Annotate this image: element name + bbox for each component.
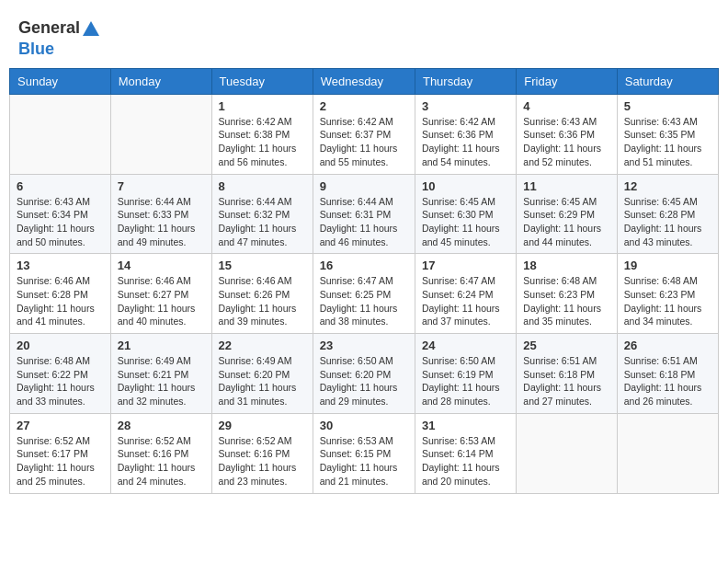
day-info: Sunrise: 6:44 AM Sunset: 6:32 PM Dayligh… bbox=[219, 195, 306, 249]
day-cell: 23Sunrise: 6:50 AM Sunset: 6:20 PM Dayli… bbox=[313, 334, 415, 414]
day-cell bbox=[110, 94, 211, 174]
day-number: 13 bbox=[17, 259, 104, 272]
col-header-thursday: Thursday bbox=[415, 68, 516, 94]
day-number: 9 bbox=[320, 179, 408, 193]
day-info: Sunrise: 6:53 AM Sunset: 6:15 PM Dayligh… bbox=[320, 434, 408, 488]
day-cell: 10Sunrise: 6:45 AM Sunset: 6:30 PM Dayli… bbox=[415, 174, 516, 254]
day-number: 29 bbox=[219, 419, 306, 432]
col-header-wednesday: Wednesday bbox=[313, 68, 415, 94]
day-info: Sunrise: 6:42 AM Sunset: 6:37 PM Dayligh… bbox=[320, 115, 408, 169]
day-info: Sunrise: 6:47 AM Sunset: 6:24 PM Dayligh… bbox=[422, 274, 509, 328]
day-info: Sunrise: 6:52 AM Sunset: 6:17 PM Dayligh… bbox=[17, 434, 104, 488]
day-number: 25 bbox=[523, 339, 609, 352]
day-cell: 26Sunrise: 6:51 AM Sunset: 6:18 PM Dayli… bbox=[617, 334, 718, 414]
day-info: Sunrise: 6:50 AM Sunset: 6:19 PM Dayligh… bbox=[422, 354, 509, 408]
calendar-table: SundayMondayTuesdayWednesdayThursdayFrid… bbox=[9, 68, 719, 494]
day-number: 31 bbox=[422, 419, 509, 432]
day-cell: 31Sunrise: 6:53 AM Sunset: 6:14 PM Dayli… bbox=[415, 413, 516, 493]
day-cell: 4Sunrise: 6:43 AM Sunset: 6:36 PM Daylig… bbox=[517, 94, 617, 174]
day-info: Sunrise: 6:44 AM Sunset: 6:33 PM Dayligh… bbox=[118, 195, 205, 249]
day-number: 30 bbox=[320, 419, 408, 432]
week-row-3: 13Sunrise: 6:46 AM Sunset: 6:28 PM Dayli… bbox=[10, 254, 719, 334]
day-number: 17 bbox=[422, 259, 509, 272]
day-number: 8 bbox=[219, 179, 306, 193]
day-number: 26 bbox=[624, 339, 711, 352]
day-cell: 29Sunrise: 6:52 AM Sunset: 6:16 PM Dayli… bbox=[211, 413, 313, 493]
day-info: Sunrise: 6:53 AM Sunset: 6:14 PM Dayligh… bbox=[422, 434, 509, 488]
day-info: Sunrise: 6:43 AM Sunset: 6:36 PM Dayligh… bbox=[523, 115, 609, 169]
day-number: 18 bbox=[523, 259, 609, 272]
day-cell: 2Sunrise: 6:42 AM Sunset: 6:37 PM Daylig… bbox=[313, 94, 415, 174]
day-cell: 5Sunrise: 6:43 AM Sunset: 6:35 PM Daylig… bbox=[617, 94, 718, 174]
day-info: Sunrise: 6:48 AM Sunset: 6:23 PM Dayligh… bbox=[523, 274, 609, 328]
logo-icon bbox=[81, 19, 101, 40]
day-number: 11 bbox=[523, 179, 609, 193]
day-info: Sunrise: 6:48 AM Sunset: 6:23 PM Dayligh… bbox=[624, 274, 711, 328]
day-cell: 18Sunrise: 6:48 AM Sunset: 6:23 PM Dayli… bbox=[517, 254, 617, 334]
day-cell: 7Sunrise: 6:44 AM Sunset: 6:33 PM Daylig… bbox=[110, 174, 211, 254]
calendar-header-row: SundayMondayTuesdayWednesdayThursdayFrid… bbox=[10, 68, 719, 94]
day-cell: 8Sunrise: 6:44 AM Sunset: 6:32 PM Daylig… bbox=[211, 174, 313, 254]
day-number: 21 bbox=[118, 339, 205, 352]
day-cell: 6Sunrise: 6:43 AM Sunset: 6:34 PM Daylig… bbox=[10, 174, 111, 254]
day-info: Sunrise: 6:45 AM Sunset: 6:28 PM Dayligh… bbox=[624, 195, 711, 249]
day-number: 20 bbox=[17, 339, 104, 352]
day-cell bbox=[517, 413, 617, 493]
week-row-2: 6Sunrise: 6:43 AM Sunset: 6:34 PM Daylig… bbox=[10, 174, 719, 254]
day-cell: 21Sunrise: 6:49 AM Sunset: 6:21 PM Dayli… bbox=[110, 334, 211, 414]
day-cell: 12Sunrise: 6:45 AM Sunset: 6:28 PM Dayli… bbox=[617, 174, 718, 254]
day-info: Sunrise: 6:52 AM Sunset: 6:16 PM Dayligh… bbox=[219, 434, 306, 488]
day-number: 1 bbox=[219, 99, 306, 113]
day-info: Sunrise: 6:42 AM Sunset: 6:38 PM Dayligh… bbox=[219, 115, 306, 169]
day-info: Sunrise: 6:46 AM Sunset: 6:26 PM Dayligh… bbox=[219, 274, 306, 328]
day-number: 6 bbox=[17, 179, 104, 193]
day-cell: 24Sunrise: 6:50 AM Sunset: 6:19 PM Dayli… bbox=[415, 334, 516, 414]
day-number: 5 bbox=[624, 99, 711, 113]
day-cell: 30Sunrise: 6:53 AM Sunset: 6:15 PM Dayli… bbox=[313, 413, 415, 493]
day-cell bbox=[10, 94, 111, 174]
week-row-5: 27Sunrise: 6:52 AM Sunset: 6:17 PM Dayli… bbox=[10, 413, 719, 493]
day-info: Sunrise: 6:43 AM Sunset: 6:34 PM Dayligh… bbox=[17, 195, 104, 249]
day-number: 7 bbox=[118, 179, 205, 193]
day-info: Sunrise: 6:48 AM Sunset: 6:22 PM Dayligh… bbox=[17, 354, 104, 408]
day-info: Sunrise: 6:44 AM Sunset: 6:31 PM Dayligh… bbox=[320, 195, 408, 249]
day-number: 22 bbox=[219, 339, 306, 352]
day-cell: 25Sunrise: 6:51 AM Sunset: 6:18 PM Dayli… bbox=[517, 334, 617, 414]
day-cell: 13Sunrise: 6:46 AM Sunset: 6:28 PM Dayli… bbox=[10, 254, 111, 334]
day-cell: 19Sunrise: 6:48 AM Sunset: 6:23 PM Dayli… bbox=[617, 254, 718, 334]
day-number: 27 bbox=[17, 419, 104, 432]
day-info: Sunrise: 6:50 AM Sunset: 6:20 PM Dayligh… bbox=[320, 354, 408, 408]
day-cell: 16Sunrise: 6:47 AM Sunset: 6:25 PM Dayli… bbox=[313, 254, 415, 334]
day-number: 14 bbox=[118, 259, 205, 272]
day-cell: 1Sunrise: 6:42 AM Sunset: 6:38 PM Daylig… bbox=[211, 94, 313, 174]
day-cell: 9Sunrise: 6:44 AM Sunset: 6:31 PM Daylig… bbox=[313, 174, 415, 254]
day-info: Sunrise: 6:43 AM Sunset: 6:35 PM Dayligh… bbox=[624, 115, 711, 169]
day-info: Sunrise: 6:49 AM Sunset: 6:20 PM Dayligh… bbox=[219, 354, 306, 408]
day-cell: 3Sunrise: 6:42 AM Sunset: 6:36 PM Daylig… bbox=[415, 94, 516, 174]
page-header: General Blue bbox=[9, 9, 719, 63]
day-info: Sunrise: 6:51 AM Sunset: 6:18 PM Dayligh… bbox=[624, 354, 711, 408]
day-number: 19 bbox=[624, 259, 711, 272]
day-cell bbox=[617, 413, 718, 493]
day-info: Sunrise: 6:45 AM Sunset: 6:30 PM Dayligh… bbox=[422, 195, 509, 249]
svg-marker-0 bbox=[83, 21, 99, 36]
day-number: 10 bbox=[422, 179, 509, 193]
day-info: Sunrise: 6:46 AM Sunset: 6:28 PM Dayligh… bbox=[17, 274, 104, 328]
day-number: 28 bbox=[118, 419, 205, 432]
day-cell: 28Sunrise: 6:52 AM Sunset: 6:16 PM Dayli… bbox=[110, 413, 211, 493]
day-number: 23 bbox=[320, 339, 408, 352]
logo-text: General Blue bbox=[18, 18, 102, 59]
day-info: Sunrise: 6:46 AM Sunset: 6:27 PM Dayligh… bbox=[118, 274, 205, 328]
week-row-1: 1Sunrise: 6:42 AM Sunset: 6:38 PM Daylig… bbox=[10, 94, 719, 174]
week-row-4: 20Sunrise: 6:48 AM Sunset: 6:22 PM Dayli… bbox=[10, 334, 719, 414]
day-cell: 17Sunrise: 6:47 AM Sunset: 6:24 PM Dayli… bbox=[415, 254, 516, 334]
col-header-friday: Friday bbox=[517, 68, 617, 94]
day-cell: 11Sunrise: 6:45 AM Sunset: 6:29 PM Dayli… bbox=[517, 174, 617, 254]
logo-blue: Blue bbox=[18, 40, 54, 58]
day-cell: 15Sunrise: 6:46 AM Sunset: 6:26 PM Dayli… bbox=[211, 254, 313, 334]
day-info: Sunrise: 6:49 AM Sunset: 6:21 PM Dayligh… bbox=[118, 354, 205, 408]
day-number: 16 bbox=[320, 259, 408, 272]
day-number: 12 bbox=[624, 179, 711, 193]
day-info: Sunrise: 6:51 AM Sunset: 6:18 PM Dayligh… bbox=[523, 354, 609, 408]
day-info: Sunrise: 6:52 AM Sunset: 6:16 PM Dayligh… bbox=[118, 434, 205, 488]
